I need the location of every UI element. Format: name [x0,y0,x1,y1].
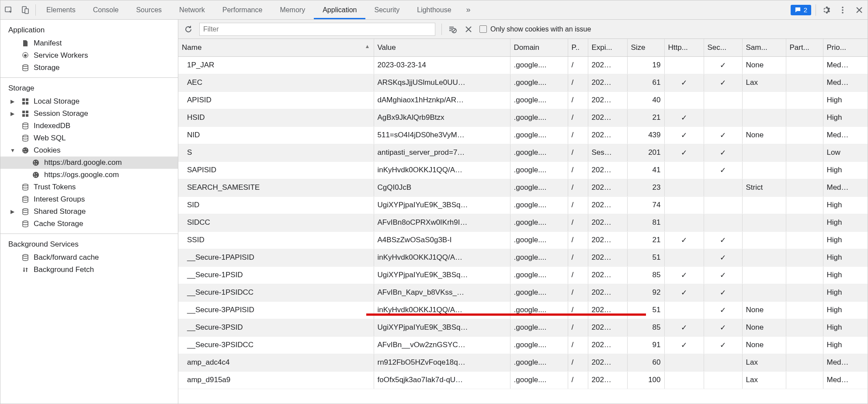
svg-point-33 [23,184,28,186]
table-row[interactable]: Santipasti_server_prod=7….google..../Ses… [178,144,868,161]
sidebar-item[interactable]: ▶Shared Storage [0,205,178,218]
table-row[interactable]: SIDUgiXYPjpaIYuE9K_3BSq….google..../202…… [178,196,868,214]
cell-samesite: None [742,336,786,354]
table-row[interactable]: AECARSKqsJjjUSlmuLe0UU….google..../202…6… [178,74,868,91]
table-row[interactable]: HSIDAgBx9JkAlQrb9Btzx.google..../202…21✓… [178,109,868,126]
column-header[interactable]: Part... [786,39,823,56]
svg-point-19 [24,149,24,150]
cell-size: 92 [627,284,664,301]
cell-domain: .google.... [510,91,568,109]
sidebar-item[interactable]: Trust Tokens [0,181,178,193]
column-header[interactable]: Value [374,39,510,56]
svg-point-36 [23,221,28,223]
kebab-menu-icon[interactable] [834,0,851,20]
cell-domain: .google.... [510,161,568,179]
column-header[interactable]: Size [627,39,664,56]
cell-expires: 202… [588,336,627,354]
sidebar-item[interactable]: https://ogs.google.com [0,169,178,181]
cell-secure: ✓ [704,319,742,336]
sidebar-item-background-fetch[interactable]: Background Fetch [0,264,178,276]
table-row[interactable]: __Secure-3PSIDUgiXYPjpaIYuE9K_3BSq….goog… [178,319,868,336]
delete-selected-icon[interactable] [464,24,473,34]
table-row[interactable]: 1P_JAR2023-03-23-14.google..../202…19✓No… [178,56,868,74]
tab-sources[interactable]: Sources [127,0,170,19]
only-issues-checkbox[interactable]: Only show cookies with an issue [479,25,591,33]
tab-network[interactable]: Network [170,0,214,19]
cell-size: 85 [627,266,664,284]
cell-httponly [664,56,704,74]
sidebar-item[interactable]: IndexedDB [0,120,178,132]
device-toolbar-icon[interactable] [17,0,34,20]
issues-badge[interactable]: 2 [791,5,811,15]
column-header[interactable]: Sec... [704,39,742,56]
settings-icon[interactable] [818,0,834,20]
table-row[interactable]: amp_adc4c4rn912FbO5HZvFoqe18q….google...… [178,354,868,371]
table-row[interactable]: amp_d915a9foOfx5qjk3ao7Iak7d-qU….google.… [178,371,868,389]
tab-elements[interactable]: Elements [38,0,84,19]
sidebar-item-label: Storage [34,63,60,72]
sidebar-item[interactable]: ▶Session Storage [0,108,178,120]
svg-rect-14 [22,114,25,117]
table-row[interactable]: __Secure-1PSIDUgiXYPjpaIYuE9K_3BSq….goog… [178,266,868,284]
cookies-table[interactable]: Name▲ValueDomainP..Expi...SizeHttp...Sec… [178,39,868,404]
cell-httponly: ✓ [664,126,704,144]
cell-priority: High [823,249,868,266]
cell-samesite: None [742,301,786,319]
table-row[interactable]: APISIDdAMghiaox1hHznkp/AR….google..../20… [178,91,868,109]
table-row[interactable]: __Secure-3PSIDCCAFvIBn__vOw2znGSYC….goog… [178,336,868,354]
refresh-icon[interactable] [184,24,193,34]
cell-expires: 202… [588,161,627,179]
filter-input[interactable] [199,23,435,36]
table-row[interactable]: SIDCCAFvIBn8oCPRXw0IKrh9I….google..../20… [178,214,868,231]
column-header[interactable]: Http... [664,39,704,56]
table-row[interactable]: SAPISIDinKyHvdk0OKKJ1QQ/A….google..../20… [178,161,868,179]
sidebar-item-storage[interactable]: Storage [0,62,178,74]
sidebar-item-service-workers[interactable]: Service Workers [0,49,178,62]
cell-size: 41 [627,161,664,179]
table-header-row[interactable]: Name▲ValueDomainP..Expi...SizeHttp...Sec… [178,39,868,56]
column-header[interactable]: Sam... [742,39,786,56]
column-header[interactable]: P.. [568,39,588,56]
sidebar-item[interactable]: ▶Local Storage [0,95,178,108]
sidebar-item[interactable]: ▼Cookies [0,144,178,157]
disclosure-triangle-icon: ▼ [10,147,14,153]
sidebar-item[interactable]: Cache Storage [0,218,178,230]
svg-rect-12 [22,111,25,113]
sidebar-item[interactable]: Web SQL [0,132,178,144]
tab-lighthouse[interactable]: Lighthouse [408,0,460,19]
tab-application[interactable]: Application [314,0,365,19]
column-header[interactable]: Prio... [823,39,868,56]
tab-memory[interactable]: Memory [271,0,314,19]
table-row[interactable]: SEARCH_SAMESITECgQI0JcB.google..../202…2… [178,179,868,196]
sidebar-item[interactable]: Interest Groups [0,193,178,205]
svg-point-5 [842,12,844,14]
cell-partition [786,144,823,161]
tab-performance[interactable]: Performance [214,0,271,19]
cell-path: / [568,214,588,231]
cell-priority: Med… [823,179,868,196]
cell-httponly [664,179,704,196]
more-tabs-icon[interactable]: » [460,0,477,20]
sidebar-item-label: Back/forward cache [34,253,99,262]
cell-secure: ✓ [704,74,742,91]
column-header[interactable]: Domain [510,39,568,56]
sidebar-item-bf-cache[interactable]: Back/forward cache [0,251,178,264]
clear-all-icon[interactable] [448,24,458,34]
table-row[interactable]: __Secure-1PSIDCCAFvIBn_Kapv_b8VKss_….goo… [178,284,868,301]
inspect-element-icon[interactable] [0,0,17,20]
table-row[interactable]: NID511=sO4I4jDS0he3VyM….google..../202…4… [178,126,868,144]
cell-name: __Secure-3PSIDCC [178,336,374,354]
sidebar-item[interactable]: https://bard.google.com [0,157,178,169]
tab-security[interactable]: Security [365,0,408,19]
close-devtools-icon[interactable] [851,0,868,20]
column-header[interactable]: Name▲ [178,39,374,56]
table-row[interactable]: SSIDA4BSzZwOSaS0g3B-I.google..../202…21✓… [178,231,868,249]
cell-samesite [742,144,786,161]
cell-path: / [568,301,588,319]
table-row[interactable]: __Secure-1PAPISIDinKyHvdk0OKKJ1QQ/A….goo… [178,249,868,266]
sidebar-item-manifest[interactable]: Manifest [0,37,178,49]
table-row[interactable]: __Secure-3PAPISIDinKyHvdk0OKKJ1QQ/A….goo… [178,301,868,319]
svg-point-25 [36,161,37,162]
tab-console[interactable]: Console [84,0,128,19]
column-header[interactable]: Expi... [588,39,627,56]
